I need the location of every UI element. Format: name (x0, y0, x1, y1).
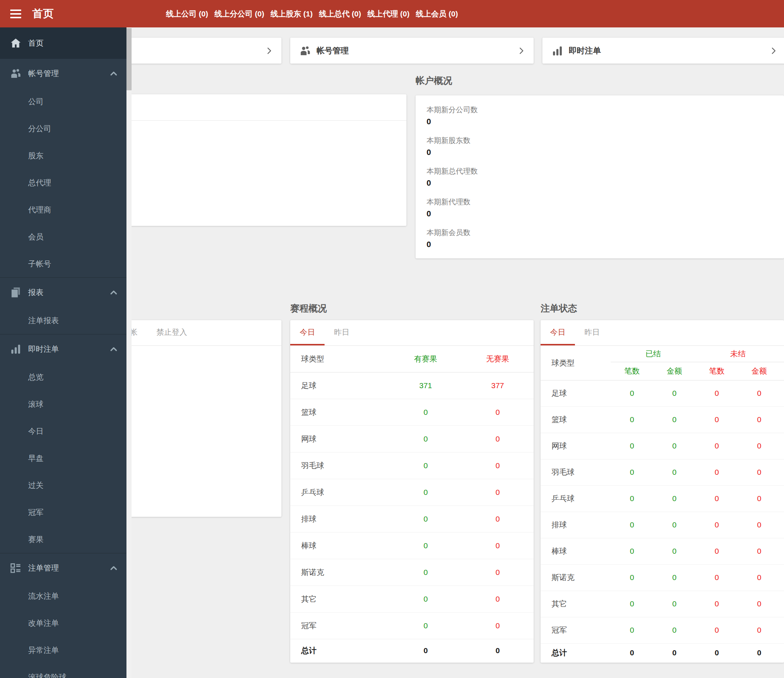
unsettled-count: 0 (695, 459, 738, 485)
table-row: 足球0000 (541, 380, 784, 406)
unsettled-amount: 0 (738, 591, 784, 617)
table-row: 乒乓球0000 (541, 485, 784, 512)
sidebar-item-label: 冠军 (28, 507, 44, 518)
sport-label: 网球 (541, 433, 611, 459)
sport-label: 羽毛球 (541, 459, 611, 485)
sidebar-subitem[interactable]: 滚球危险球 (0, 664, 126, 678)
tab-inactive[interactable]: 昨日 (575, 320, 609, 345)
settled-count: 0 (611, 512, 653, 538)
table-row: 棒球0000 (541, 538, 784, 564)
table-row: 斯诺克0000 (541, 564, 784, 591)
sidebar-subitem[interactable]: 异常注单 (0, 637, 126, 664)
menu-icon[interactable] (10, 9, 21, 18)
without-result-value: 0 (462, 586, 534, 612)
account-stat-value: 0 (426, 178, 784, 188)
sidebar-item-label: 代理商 (28, 205, 51, 215)
sidebar-subitem[interactable]: 今日 (0, 418, 126, 445)
sidebar-subitem[interactable]: 改单注单 (0, 610, 126, 637)
unsettled-count: 0 (695, 591, 738, 617)
settled-count: 0 (611, 406, 653, 433)
sport-label: 斯诺克 (290, 559, 390, 586)
account-stat: 本期新总代理数0 (415, 163, 784, 193)
with-result-value: 371 (390, 372, 462, 399)
table-row: 足球371377 (290, 372, 534, 399)
account-stat: 本期新分公司数0 (415, 101, 784, 132)
account-stat-value: 0 (426, 240, 784, 249)
sidebar-subitem[interactable]: 会员 (0, 223, 126, 250)
sidebar-subitem[interactable]: 股东 (0, 142, 126, 169)
sidebar-subitem[interactable]: 注单报表 (0, 307, 126, 334)
tab-active[interactable]: 今日 (541, 320, 575, 345)
sidebar-subitem[interactable]: 赛果 (0, 526, 126, 553)
with-result-value: 0 (390, 452, 462, 479)
chevron-right-icon (769, 47, 778, 55)
header-stat: 线上总代 (0) (319, 9, 361, 19)
unsettled-amount: 0 (738, 459, 784, 485)
bar-chart-icon (551, 45, 564, 57)
sub-column-header: 笔数 (695, 362, 738, 380)
settled-count: 0 (611, 591, 653, 617)
sidebar-group-header[interactable]: 即时注单 (0, 334, 126, 364)
sidebar-subitem[interactable]: 总代理 (0, 169, 126, 196)
sidebar-group-header[interactable]: 注单管理 (0, 554, 126, 583)
sport-label: 乒乓球 (541, 485, 611, 512)
sidebar-scrollbar-thumb[interactable] (126, 28, 132, 90)
sport-label: 冠军 (541, 617, 611, 643)
table-row: 乒乓球00 (290, 479, 534, 505)
sport-label: 羽毛球 (290, 452, 390, 479)
with-result-value: 0 (390, 425, 462, 452)
sidebar-subitem[interactable]: 冠军 (0, 499, 126, 526)
without-result-value: 0 (462, 505, 534, 532)
sidebar-subitem[interactable]: 滚球 (0, 391, 126, 418)
sidebar-group-header[interactable]: 报表 (0, 278, 126, 307)
chevron-up-icon (109, 344, 118, 354)
nav-card-title: 帐号管理 (317, 45, 349, 56)
sub-column-header: 笔数 (611, 362, 653, 380)
account-stat-value: 0 (426, 117, 784, 126)
sidebar-subitem[interactable]: 代理商 (0, 196, 126, 223)
group-header: 未结 (695, 346, 784, 362)
table-row: 棒球00 (290, 532, 534, 559)
sidebar-subitem[interactable]: 子帐号 (0, 250, 126, 277)
table-total-row: 总计0000 (541, 643, 784, 662)
without-result-value: 0 (462, 612, 534, 639)
bet-status-tabbar: 今日昨日 (541, 320, 784, 346)
tab-inactive[interactable]: 昨日 (325, 320, 359, 345)
sidebar-subitem[interactable]: 分公司 (0, 115, 126, 142)
total-unsettled-count: 0 (695, 643, 738, 662)
total-without-result: 0 (462, 639, 534, 662)
tab-inactive[interactable]: 禁止登入 (147, 320, 197, 346)
settled-amount: 0 (653, 591, 695, 617)
sidebar-subitem[interactable]: 流水注单 (0, 583, 126, 610)
sidebar-scrollbar[interactable] (126, 27, 132, 678)
unsettled-count: 0 (695, 433, 738, 459)
sidebar-subitem[interactable]: 总览 (0, 364, 126, 391)
table-row: 篮球0000 (541, 406, 784, 433)
header-stat: 线上代理 (0) (367, 9, 410, 19)
sidebar-subitem[interactable]: 过关 (0, 472, 126, 499)
with-result-value: 0 (390, 479, 462, 505)
table-row: 冠军0000 (541, 617, 784, 643)
settled-count: 0 (611, 617, 653, 643)
sub-column-header: 金额 (653, 362, 695, 380)
with-result-value: 0 (390, 612, 462, 639)
sidebar-item-home[interactable]: 首页 (0, 27, 126, 59)
nav-card-account[interactable]: 帐号管理 (290, 38, 534, 64)
column-header: 有赛果 (390, 346, 462, 372)
settled-count: 0 (611, 459, 653, 485)
table-group-header-row: 球类型已结未结 (541, 346, 784, 362)
unsettled-amount: 0 (738, 512, 784, 538)
without-result-value: 0 (462, 399, 534, 425)
sidebar-item-label: 总代理 (28, 177, 51, 188)
total-settled-count: 0 (611, 643, 653, 662)
sidebar-subitem[interactable]: 早盘 (0, 445, 126, 472)
nav-card-live-bets[interactable]: 即时注单 (542, 38, 784, 64)
sidebar-group-header[interactable]: 帐号管理 (0, 59, 126, 88)
sub-column-header: 金额 (738, 362, 784, 380)
table-total-row: 总计00 (290, 639, 534, 662)
sport-label: 斯诺克 (541, 564, 611, 591)
sidebar-subitem[interactable]: 公司 (0, 88, 126, 115)
unsettled-count: 0 (695, 380, 738, 406)
tab-active[interactable]: 今日 (290, 320, 325, 345)
settled-amount: 0 (653, 564, 695, 591)
